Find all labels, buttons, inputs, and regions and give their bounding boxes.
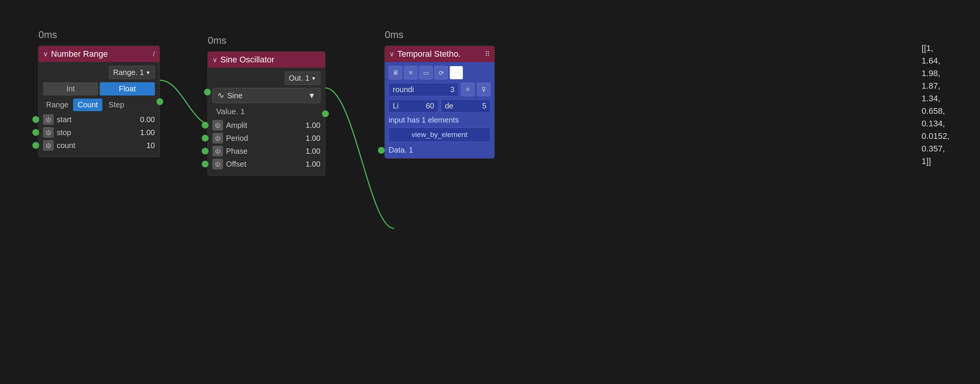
range-tab-label: Range <box>43 99 72 111</box>
temporal-status-text: input has 1 elements <box>389 116 491 124</box>
temporal-title: Temporal Stetho. <box>397 49 461 59</box>
sine-type-dropdown[interactable]: ∿ Sine ▼ <box>212 88 320 103</box>
sine-type-row: ∿ Sine ▼ <box>212 88 320 103</box>
amplit-value[interactable]: 1.00 <box>301 121 320 130</box>
list-toolbar-btn[interactable]: ≡ <box>404 66 417 80</box>
view-by-element-btn[interactable]: view_by_element <box>389 127 491 142</box>
li-value: 60 <box>426 102 434 110</box>
stop-icon: ⏻ <box>43 127 54 138</box>
sine-osc-time: 0ms <box>208 35 226 46</box>
li-label: Li <box>393 102 399 110</box>
monitor-toolbar-btn[interactable]: 🖥 <box>389 66 402 80</box>
number-range-body: Range. 1 ▼ Int Float Range Count Step ⏻ … <box>38 62 159 157</box>
offset-socket[interactable] <box>202 161 209 167</box>
temporal-stethoscope-node: 0ms ∨ Temporal Stetho. ⠿ 🖥 ≡ ▭ ⟳ roundi … <box>384 46 495 159</box>
offset-label: Offset <box>226 160 301 169</box>
start-value[interactable]: 0.00 <box>136 115 155 124</box>
data-label: Data. 1 <box>389 146 413 155</box>
period-value[interactable]: 1.00 <box>301 134 320 143</box>
data-input-socket[interactable] <box>378 147 385 154</box>
phase-value[interactable]: 1.00 <box>301 147 320 156</box>
step-tab-btn[interactable]: Step <box>104 99 129 111</box>
temporal-header: ∨ Temporal Stetho. ⠿ <box>385 46 494 62</box>
sine-osc-chevron[interactable]: ∨ <box>212 56 217 64</box>
number-range-node: 0ms ∨ Number Range / Range. 1 ▼ Int Floa… <box>38 46 160 157</box>
int-float-toggle: Int Float <box>43 82 155 96</box>
offset-value[interactable]: 1.00 <box>301 160 320 169</box>
link-toolbar-btn[interactable]: ⟳ <box>434 66 448 80</box>
value-label-row: Value. 1 <box>212 107 320 116</box>
sine-osc-output-socket[interactable] <box>322 110 329 117</box>
number-range-check: / <box>153 50 155 58</box>
count-value[interactable]: 10 <box>136 141 155 150</box>
count-socket[interactable] <box>32 142 39 149</box>
roundi-filter-btn[interactable]: ⊽ <box>477 83 491 96</box>
count-param-row: ⏻ count 10 <box>43 140 155 151</box>
amplit-param-row: ⏻ Amplit 1.00 <box>212 120 320 131</box>
stop-value[interactable]: 1.00 <box>136 128 155 137</box>
roundi-row: roundi 3 ≡ ⊽ <box>389 83 491 96</box>
number-range-dropdown[interactable]: Range. 1 ▼ <box>109 66 155 79</box>
li-de-row: Li 60 de 5 <box>389 99 491 113</box>
sine-osc-dropdown[interactable]: Out. 1 ▼ <box>285 72 320 85</box>
number-range-dropdown-row: Range. 1 ▼ <box>43 66 155 79</box>
grid-icon: ⠿ <box>485 50 490 58</box>
int-toggle-btn[interactable]: Int <box>43 82 98 96</box>
amplit-icon: ⏻ <box>212 120 223 131</box>
number-range-header: ∨ Number Range / <box>38 46 159 62</box>
temporal-toolbar: 🖥 ≡ ▭ ⟳ <box>389 66 491 80</box>
phase-icon: ⏻ <box>212 146 223 156</box>
li-field[interactable]: Li 60 <box>389 99 438 113</box>
period-icon: ⏻ <box>212 133 223 143</box>
period-socket[interactable] <box>202 135 209 142</box>
roundi-value: 3 <box>450 85 454 94</box>
roundi-list-btn[interactable]: ≡ <box>461 83 475 96</box>
start-param-row: ⏻ start 0.00 <box>43 114 155 125</box>
stop-socket[interactable] <box>32 129 39 136</box>
period-label: Period <box>226 134 301 143</box>
roundi-field[interactable]: roundi 3 <box>389 83 459 96</box>
offset-param-row: ⏻ Offset 1.00 <box>212 159 320 169</box>
start-label: start <box>57 115 136 124</box>
data-row: Data. 1 <box>389 146 491 155</box>
de-value: 5 <box>482 102 486 110</box>
float-toggle-btn[interactable]: Float <box>100 82 155 96</box>
count-icon: ⏻ <box>43 140 54 151</box>
temporal-body: 🖥 ≡ ▭ ⟳ roundi 3 ≡ ⊽ Li 60 <box>385 62 494 158</box>
phase-socket[interactable] <box>202 148 209 155</box>
range-count-step-tabs: Range Count Step <box>43 99 155 111</box>
white-toolbar-btn[interactable] <box>449 66 463 80</box>
number-range-output-socket[interactable] <box>156 98 163 105</box>
sine-osc-dropdown-row: Out. 1 ▼ <box>212 72 320 85</box>
number-range-title: Number Range <box>51 49 108 59</box>
sine-type-arrow: ▼ <box>308 91 316 100</box>
temporal-time: 0ms <box>385 29 403 41</box>
offset-icon: ⏻ <box>212 159 223 169</box>
number-range-chevron[interactable]: ∨ <box>43 50 48 58</box>
sine-osc-title: Sine Oscillator <box>220 55 274 65</box>
sine-osc-body: Out. 1 ▼ ∿ Sine ▼ Value. 1 <box>208 68 325 175</box>
number-range-time: 0ms <box>38 29 57 41</box>
start-icon: ⏻ <box>43 114 54 125</box>
sine-oscillator-node: 0ms ∨ Sine Oscillator Out. 1 ▼ ∿ Sine <box>207 51 325 176</box>
output-text: [[1, 1.64, 1.98, 1.87, 1.34, 0.658, 0.13… <box>922 42 950 167</box>
stop-param-row: ⏻ stop 1.00 <box>43 127 155 138</box>
sine-wave-icon: ∿ <box>217 91 224 100</box>
amplit-socket[interactable] <box>202 122 209 129</box>
phase-label: Phase <box>226 147 301 156</box>
start-socket[interactable] <box>32 116 39 123</box>
period-param-row: ⏻ Period 1.00 <box>212 133 320 143</box>
count-label: count <box>57 141 136 150</box>
phase-param-row: ⏻ Phase 1.00 <box>212 146 320 156</box>
sine-out-arrow-icon: ▼ <box>311 75 316 81</box>
count-tab-btn[interactable]: Count <box>73 99 102 111</box>
canvas: 0ms ∨ Number Range / Range. 1 ▼ Int Floa… <box>0 0 980 384</box>
de-field[interactable]: de 5 <box>441 99 491 113</box>
value-label: Value. 1 <box>216 107 320 116</box>
window-toolbar-btn[interactable]: ▭ <box>419 66 433 80</box>
value-socket[interactable] <box>204 89 211 96</box>
dropdown-arrow-icon: ▼ <box>145 70 151 76</box>
de-label: de <box>445 102 453 110</box>
temporal-chevron[interactable]: ∨ <box>389 50 394 58</box>
stop-label: stop <box>57 128 136 137</box>
